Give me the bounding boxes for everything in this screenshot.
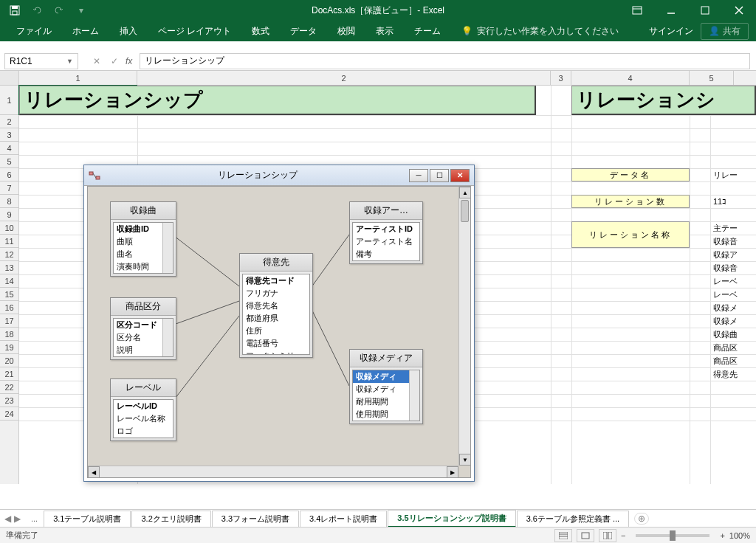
row-header[interactable]: 19 — [0, 341, 18, 354]
share-button[interactable]: 👤 共有 — [701, 23, 749, 40]
row-header[interactable]: 22 — [0, 381, 18, 394]
sheet-tab[interactable]: 3.2クエリ説明書 — [131, 511, 210, 527]
save-button[interactable] — [4, 1, 25, 19]
sheet-tab-active[interactable]: 3.5リレーションシップ説明書 — [388, 510, 515, 528]
cell: 収録メ — [712, 301, 738, 314]
table-node[interactable]: 得意先 得意先コード フリガナ 得意先名 都道府県 住所 電話番号 ファクシミリ — [239, 253, 313, 358]
row-header[interactable]: 10 — [0, 221, 18, 235]
signin-link[interactable]: サインイン — [649, 25, 693, 38]
table-node[interactable]: 収録アー… アーティストID アーティスト名 備考 — [349, 201, 423, 264]
tabs-overflow-left[interactable]: ... — [25, 514, 44, 523]
row-header[interactable]: 9 — [0, 208, 18, 221]
dialog-body[interactable]: 収録曲 収録曲ID 曲順 曲名 演奏時間 商品区分 区分コード 区分名 説明 レ… — [87, 186, 471, 478]
row-header[interactable]: 20 — [0, 354, 18, 367]
row-header[interactable]: 5 — [0, 155, 18, 168]
sheet-title-1: リレーションシップ — [19, 86, 536, 115]
tab-nav-first[interactable]: ◀ — [4, 513, 11, 524]
view-pagelayout-button[interactable] — [577, 529, 594, 542]
sheet-tab[interactable]: 3.6テーブル参照定義書 ... — [517, 511, 630, 527]
scroll-up-button[interactable]: ▲ — [459, 187, 471, 198]
table-node[interactable]: 収録メディア 収録メディ 収録メディ 耐用期間 使用期間 — [349, 349, 423, 424]
fx-icon[interactable]: fx — [126, 56, 132, 66]
dialog-titlebar[interactable]: リレーションシップ ─ ☐ ✕ — [84, 165, 474, 186]
row-header[interactable]: 7 — [0, 181, 18, 195]
dialog-maximize-button[interactable]: ☐ — [430, 169, 449, 182]
tab-layout[interactable]: ページ レイアウト — [148, 21, 241, 41]
col-header[interactable]: 1 — [19, 71, 137, 85]
row-header[interactable]: 2 — [0, 115, 18, 128]
row-header[interactable]: 18 — [0, 328, 18, 341]
tab-formulas[interactable]: 数式 — [241, 21, 280, 41]
tab-view[interactable]: 表示 — [365, 21, 404, 41]
row-header[interactable]: 8 — [0, 195, 18, 208]
select-all-corner[interactable] — [0, 71, 19, 85]
dialog-close-button[interactable]: ✕ — [450, 169, 470, 182]
view-normal-button[interactable] — [554, 529, 572, 542]
dialog-scrollbar-v[interactable]: ▲ ▼ — [458, 187, 470, 466]
col-header[interactable]: 2 — [137, 71, 551, 85]
cancel-formula-button[interactable]: ✕ — [93, 56, 100, 66]
row-header[interactable]: 21 — [0, 367, 18, 381]
cell: 収録音 — [712, 261, 738, 274]
tab-data[interactable]: データ — [280, 21, 327, 41]
row-header[interactable]: 14 — [0, 274, 18, 288]
zoom-in-button[interactable]: + — [720, 531, 724, 540]
row-header[interactable]: 4 — [0, 142, 18, 155]
zoom-slider[interactable] — [636, 534, 709, 537]
table-node[interactable]: レーベル レーベルID レーベル名称 ロゴ — [110, 378, 176, 441]
close-button[interactable] — [722, 0, 756, 21]
table-node[interactable]: 商品区分 区分コード 区分名 説明 — [110, 297, 176, 360]
sheet-title-2: リレーションシ — [571, 86, 756, 115]
table-node[interactable]: 収録曲 収録曲ID 曲順 曲名 演奏時間 — [110, 201, 176, 277]
maximize-button[interactable] — [688, 0, 722, 21]
view-pagebreak-button[interactable] — [599, 529, 616, 542]
row-header[interactable]: 24 — [0, 407, 18, 421]
tab-nav-prev[interactable]: ▶ — [14, 513, 21, 524]
zoom-thumb[interactable] — [670, 530, 676, 541]
col-header[interactable]: 4 — [571, 71, 690, 85]
col-header[interactable]: 5 — [690, 71, 734, 85]
sheet-tab[interactable]: 3.4レポート説明書 — [300, 511, 387, 527]
formula-input[interactable]: リレーションシップ — [140, 53, 750, 69]
minimize-button[interactable] — [654, 0, 688, 21]
scroll-thumb[interactable] — [461, 200, 469, 222]
row-header[interactable]: 16 — [0, 301, 18, 314]
sheet-tab[interactable]: 3.3フォーム説明書 — [212, 511, 299, 527]
scrollbar[interactable] — [162, 319, 173, 356]
tell-me-search[interactable]: 💡 実行したい作業を入力してください — [461, 25, 619, 38]
row-header[interactable]: 6 — [0, 168, 18, 181]
enter-formula-button[interactable]: ✓ — [111, 56, 118, 66]
scroll-down-button[interactable]: ▼ — [459, 454, 471, 466]
dialog-minimize-button[interactable]: ─ — [409, 169, 428, 182]
zoom-level[interactable]: 100% — [729, 531, 750, 540]
dialog-scrollbar-h[interactable]: ◀ ▶ — [88, 466, 458, 477]
tab-home[interactable]: ホーム — [62, 21, 109, 41]
add-sheet-button[interactable]: ⊕ — [634, 513, 649, 525]
label-relcount: リレーション数 — [571, 195, 690, 208]
redo-button[interactable] — [49, 1, 69, 19]
relationships-dialog[interactable]: リレーションシップ ─ ☐ ✕ 収録曲 収録曲ID 曲順 曲名 演奏時間 — [83, 165, 475, 482]
scrollbar[interactable] — [162, 223, 173, 273]
row-header[interactable]: 11 — [0, 235, 18, 248]
row-header[interactable]: 1 — [0, 86, 18, 115]
row-header[interactable]: 23 — [0, 394, 18, 407]
tab-team[interactable]: チーム — [404, 21, 451, 41]
name-box[interactable]: R1C1 ▼ — [4, 53, 78, 69]
row-header[interactable]: 3 — [0, 128, 18, 142]
qat-customize[interactable]: ▾ — [71, 1, 92, 19]
tab-insert[interactable]: 挿入 — [109, 21, 148, 41]
sheet-tab[interactable]: 3.1テーブル説明書 — [44, 511, 131, 527]
scroll-left-button[interactable]: ◀ — [88, 466, 100, 478]
undo-button[interactable] — [27, 1, 47, 19]
tab-file[interactable]: ファイル — [6, 21, 62, 41]
scroll-right-button[interactable]: ▶ — [447, 466, 458, 478]
scrollbar[interactable] — [409, 370, 419, 421]
col-header[interactable]: 3 — [551, 71, 571, 85]
row-header[interactable]: 12 — [0, 248, 18, 261]
row-header[interactable]: 17 — [0, 314, 18, 328]
ribbon-display-button[interactable] — [620, 0, 654, 21]
zoom-out-button[interactable]: − — [621, 531, 625, 540]
row-header[interactable]: 15 — [0, 288, 18, 301]
row-header[interactable]: 13 — [0, 261, 18, 274]
tab-review[interactable]: 校閲 — [327, 21, 365, 41]
